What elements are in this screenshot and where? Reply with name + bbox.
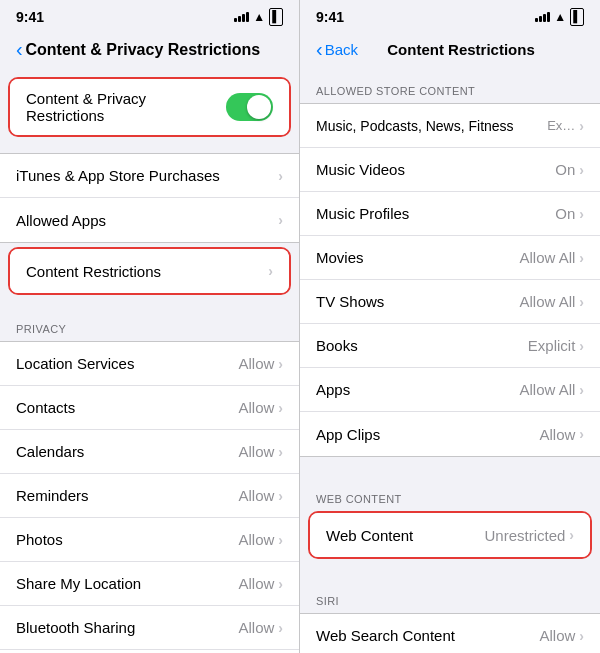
back-button-right[interactable]: ‹ Back [316, 38, 358, 61]
music-profiles-right: On › [555, 205, 584, 222]
calendars-item[interactable]: Calendars Allow › [0, 430, 299, 474]
tv-shows-label: TV Shows [316, 293, 384, 310]
movies-right: Allow All › [519, 249, 584, 266]
web-content-label: Web Content [326, 527, 413, 544]
itunes-purchases-item[interactable]: iTunes & App Store Purchases › [0, 154, 299, 198]
toggle-thumb [247, 95, 271, 119]
web-search-value: Allow [539, 627, 575, 644]
right-scroll[interactable]: ALLOWED STORE CONTENT Music, Podcasts, N… [300, 69, 600, 653]
chevron-icon: › [278, 488, 283, 504]
toggle-highlight-box: Content & Privacy Restrictions [8, 77, 291, 137]
photos-item[interactable]: Photos Allow › [0, 518, 299, 562]
battery-icon-right: ▌ [570, 8, 584, 25]
contacts-item[interactable]: Contacts Allow › [0, 386, 299, 430]
chevron-icon: › [579, 426, 584, 442]
store-list-group: Music, Podcasts, News, Fitness Ex… › Mus… [300, 103, 600, 457]
chevron-icon: › [579, 338, 584, 354]
music-podcasts-value: Ex… [547, 118, 575, 133]
status-bar-left: 9:41 ▲ ▌ [0, 0, 299, 32]
contacts-label: Contacts [16, 399, 75, 416]
app-clips-right: Allow › [539, 426, 584, 443]
chevron-icon: › [278, 532, 283, 548]
signal-icon [234, 12, 249, 22]
page-title-right: Content Restrictions [358, 41, 564, 58]
content-restrictions-label: Content Restrictions [26, 263, 161, 280]
music-videos-value: On [555, 161, 575, 178]
reminders-label: Reminders [16, 487, 89, 504]
privacy-section: PRIVACY Location Services Allow › Contac… [0, 315, 299, 653]
web-content-header: WEB CONTENT [300, 477, 600, 511]
content-privacy-toggle-item[interactable]: Content & Privacy Restrictions [10, 79, 289, 135]
left-screen: 9:41 ▲ ▌ ‹ Content & Privacy Restriction… [0, 0, 300, 653]
tv-shows-item[interactable]: TV Shows Allow All › [300, 280, 600, 324]
calendars-label: Calendars [16, 443, 84, 460]
chevron-icon: › [278, 356, 283, 372]
status-icons-left: ▲ ▌ [234, 8, 283, 25]
status-bar-right: 9:41 ▲ ▌ [300, 0, 600, 32]
chevron-icon: › [579, 294, 584, 310]
web-content-value: Unrestricted [484, 527, 565, 544]
itunes-right: › [278, 168, 283, 184]
photos-value: Allow [238, 531, 274, 548]
photos-label: Photos [16, 531, 63, 548]
books-label: Books [316, 337, 358, 354]
chevron-icon: › [268, 263, 273, 279]
signal-icon-right [535, 12, 550, 22]
privacy-header: PRIVACY [0, 315, 299, 341]
left-scroll[interactable]: Content & Privacy Restrictions iTunes & … [0, 69, 299, 653]
music-profiles-item[interactable]: Music Profiles On › [300, 192, 600, 236]
music-videos-label: Music Videos [316, 161, 405, 178]
siri-section: SIRI Web Search Content Allow › Explicit… [300, 579, 600, 653]
chevron-icon: › [579, 162, 584, 178]
web-content-right: Unrestricted › [484, 527, 574, 544]
allowed-apps-item[interactable]: Allowed Apps › [0, 198, 299, 242]
web-content-section: WEB CONTENT Web Content Unrestricted › [300, 477, 600, 559]
back-button-left[interactable]: ‹ [16, 38, 23, 61]
chevron-icon: › [579, 250, 584, 266]
chevron-left-icon-right: ‹ [316, 38, 323, 61]
bluetooth-value: Allow [238, 619, 274, 636]
photos-right: Allow › [238, 531, 283, 548]
share-location-value: Allow [238, 575, 274, 592]
chevron-icon: › [579, 382, 584, 398]
allowed-store-section: ALLOWED STORE CONTENT Music, Podcasts, N… [300, 69, 600, 457]
apps-label: Apps [316, 381, 350, 398]
allowed-store-header: ALLOWED STORE CONTENT [300, 69, 600, 103]
web-content-highlight: Web Content Unrestricted › [308, 511, 592, 559]
reminders-item[interactable]: Reminders Allow › [0, 474, 299, 518]
bluetooth-label: Bluetooth Sharing [16, 619, 135, 636]
app-clips-item[interactable]: App Clips Allow › [300, 412, 600, 456]
content-restrictions-right: › [268, 263, 273, 279]
right-screen: 9:41 ▲ ▌ ‹ Back Content Restrictions ALL… [300, 0, 600, 653]
web-content-item[interactable]: Web Content Unrestricted › [310, 513, 590, 557]
content-restrictions-item[interactable]: Content Restrictions › [10, 249, 289, 293]
itunes-label: iTunes & App Store Purchases [16, 167, 220, 184]
web-search-right: Allow › [539, 627, 584, 644]
music-videos-item[interactable]: Music Videos On › [300, 148, 600, 192]
books-item[interactable]: Books Explicit › [300, 324, 600, 368]
share-my-location-item[interactable]: Share My Location Allow › [0, 562, 299, 606]
chevron-icon: › [278, 576, 283, 592]
privacy-list-group: Location Services Allow › Contacts Allow… [0, 341, 299, 653]
chevron-icon: › [278, 168, 283, 184]
location-services-item[interactable]: Location Services Allow › [0, 342, 299, 386]
music-podcasts-item[interactable]: Music, Podcasts, News, Fitness Ex… › [300, 104, 600, 148]
web-search-label: Web Search Content [316, 627, 455, 644]
chevron-icon: › [579, 118, 584, 134]
app-clips-value: Allow [539, 426, 575, 443]
web-search-content-item[interactable]: Web Search Content Allow › [300, 614, 600, 653]
music-profiles-label: Music Profiles [316, 205, 409, 222]
apps-item[interactable]: Apps Allow All › [300, 368, 600, 412]
contacts-right: Allow › [238, 399, 283, 416]
chevron-icon: › [278, 444, 283, 460]
privacy-toggle[interactable] [226, 93, 273, 121]
tv-shows-right: Allow All › [519, 293, 584, 310]
share-location-label: Share My Location [16, 575, 141, 592]
books-right: Explicit › [528, 337, 584, 354]
contacts-value: Allow [238, 399, 274, 416]
chevron-icon: › [579, 628, 584, 644]
movies-item[interactable]: Movies Allow All › [300, 236, 600, 280]
chevron-left-icon: ‹ [16, 38, 23, 61]
bluetooth-sharing-item[interactable]: Bluetooth Sharing Allow › [0, 606, 299, 650]
main-items-group: iTunes & App Store Purchases › Allowed A… [0, 153, 299, 243]
